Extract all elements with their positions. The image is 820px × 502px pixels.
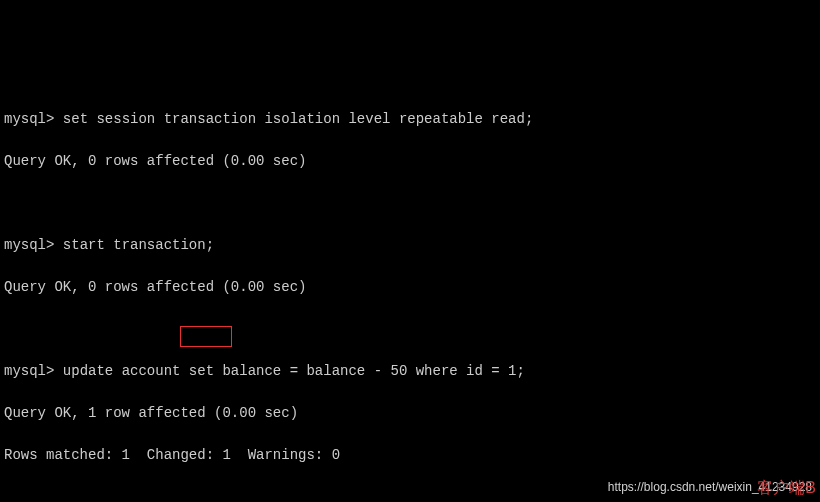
cmd-update: update account set balance = balance - 5… <box>54 363 524 379</box>
result-start-transaction: Query OK, 0 rows affected (0.00 sec) <box>4 277 816 298</box>
cmd-set-isolation: set session transaction isolation level … <box>54 111 533 127</box>
result-set-isolation: Query OK, 0 rows affected (0.00 sec) <box>4 151 816 172</box>
result-update-matched: Rows matched: 1 Changed: 1 Warnings: 0 <box>4 445 816 466</box>
mysql-prompt: mysql> <box>4 111 54 127</box>
mysql-prompt: mysql> <box>4 237 54 253</box>
cmd-start-transaction: start transaction; <box>54 237 214 253</box>
result-update-ok: Query OK, 1 row affected (0.00 sec) <box>4 403 816 424</box>
terminal-output: mysql> set session transaction isolation… <box>4 88 816 502</box>
watermark-cn: 客户端B <box>757 476 816 500</box>
mysql-prompt: mysql> <box>4 363 54 379</box>
